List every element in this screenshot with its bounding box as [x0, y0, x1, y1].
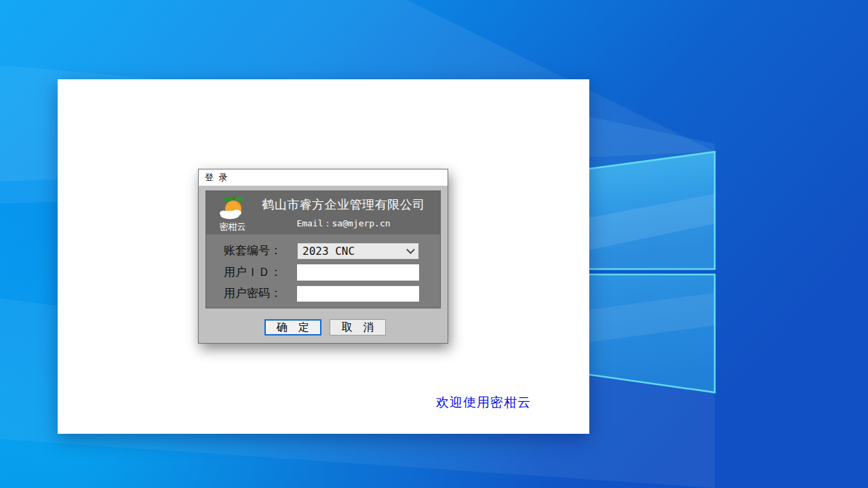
user-id-input[interactable]: [297, 264, 419, 281]
company-email: Email：sa@mjerp.cn: [248, 218, 439, 230]
desktop: 欢迎使用密柑云 登 录: [0, 0, 868, 488]
password-input[interactable]: [297, 286, 419, 302]
cancel-button[interactable]: 取 消: [330, 319, 386, 336]
login-dialog: 登 录 密柑云 鹤山市睿方企业管理有限公司: [198, 169, 448, 344]
login-dialog-title: 登 录: [205, 171, 229, 184]
password-label: 用户密码：: [224, 285, 281, 302]
app-main-window: 欢迎使用密柑云 登 录: [58, 79, 589, 434]
login-panel: 密柑云 鹤山市睿方企业管理有限公司 Email：sa@mjerp.cn 账套编号…: [205, 190, 441, 308]
company-name: 鹤山市睿方企业管理有限公司: [248, 197, 439, 213]
tangerine-cloud-logo-icon: [218, 195, 248, 222]
welcome-text: 欢迎使用密柑云: [436, 394, 531, 411]
account-set-select[interactable]: 2023 CNC: [297, 243, 419, 260]
ok-button[interactable]: 确 定: [264, 319, 321, 336]
login-dialog-titlebar[interactable]: 登 录: [199, 169, 448, 186]
account-set-value: 2023 CNC: [302, 245, 355, 258]
user-id-label: 用户ＩＤ：: [224, 264, 281, 281]
chevron-down-icon: [406, 245, 415, 254]
account-set-label: 账套编号：: [224, 243, 281, 259]
login-panel-header: 密柑云 鹤山市睿方企业管理有限公司 Email：sa@mjerp.cn: [206, 191, 440, 235]
